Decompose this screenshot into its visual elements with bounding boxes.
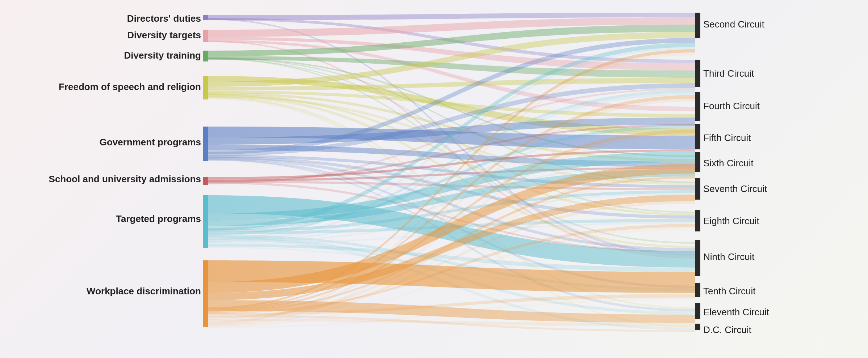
label-fourth: Fourth Circuit bbox=[703, 101, 760, 112]
right-node-seventh bbox=[695, 178, 700, 200]
left-node-government bbox=[203, 127, 208, 161]
label-third: Third Circuit bbox=[703, 68, 754, 79]
label-diversity-targets: Diversity targets bbox=[127, 30, 201, 41]
left-node-diversity-training bbox=[203, 51, 208, 61]
label-fifth: Fifth Circuit bbox=[703, 132, 751, 144]
right-node-dc bbox=[695, 324, 700, 330]
label-eleventh: Eleventh Circuit bbox=[703, 307, 769, 318]
label-dc: D.C. Circuit bbox=[703, 324, 751, 336]
label-ninth: Ninth Circuit bbox=[703, 251, 755, 263]
right-node-ninth bbox=[695, 240, 700, 276]
right-node-fifth bbox=[695, 124, 700, 149]
right-node-tenth bbox=[695, 283, 700, 297]
label-freedom: Freedom of speech and religion bbox=[59, 81, 201, 93]
sankey-diagram: Directors' duties Diversity targets Dive… bbox=[0, 0, 868, 358]
right-node-second bbox=[695, 13, 700, 38]
left-node-directors bbox=[203, 15, 208, 20]
label-eighth: Eighth Circuit bbox=[703, 216, 759, 227]
label-targeted: Targeted programs bbox=[116, 213, 201, 225]
left-node-diversity-targets bbox=[203, 30, 208, 42]
right-node-eighth bbox=[695, 210, 700, 231]
label-diversity-training: Diversity training bbox=[124, 50, 201, 61]
right-node-third bbox=[695, 60, 700, 87]
label-workplace: Workplace discrimination bbox=[87, 286, 201, 297]
left-node-school bbox=[203, 177, 208, 185]
label-directors: Directors' duties bbox=[127, 13, 201, 24]
label-sixth: Sixth Circuit bbox=[703, 158, 754, 169]
right-node-fourth bbox=[695, 92, 700, 121]
label-school: School and university admissions bbox=[49, 174, 201, 185]
label-tenth: Tenth Circuit bbox=[703, 286, 756, 297]
left-node-targeted bbox=[203, 195, 208, 248]
left-node-freedom bbox=[203, 76, 208, 99]
label-government: Government programs bbox=[100, 137, 201, 148]
label-second: Second Circuit bbox=[703, 19, 764, 30]
right-node-sixth bbox=[695, 152, 700, 172]
right-node-eleventh bbox=[695, 303, 700, 319]
left-node-workplace bbox=[203, 260, 208, 327]
label-seventh: Seventh Circuit bbox=[703, 183, 767, 195]
